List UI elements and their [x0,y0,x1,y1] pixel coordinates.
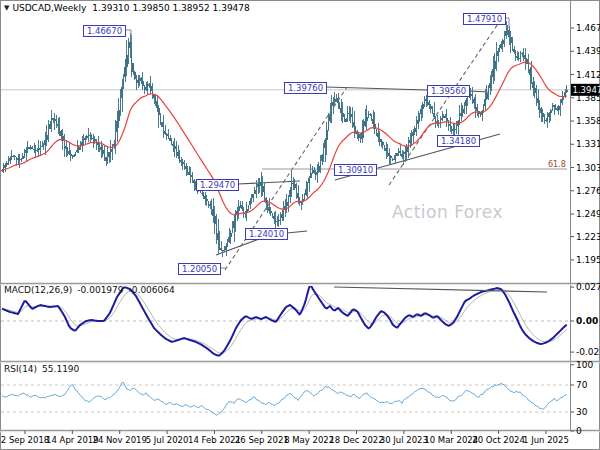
candle-body [348,113,350,114]
candle-body [60,131,62,136]
date-label: 26 Sep 2021 [235,435,289,445]
candle-body [17,158,19,159]
candle-body [377,133,379,137]
candle-body [529,69,531,75]
candle-body [542,113,544,117]
price-annotation[interactable]: 1.39760 [285,83,327,94]
candle-body [515,52,517,55]
candle-body [488,88,490,93]
candle-body [384,145,386,148]
candle-body [492,69,494,77]
macd-value: -0.001979 [77,285,123,295]
candle-body [456,126,458,129]
candle-body [176,149,178,152]
chart-canvas[interactable]: 1.466701.479101.397601.395601.341801.309… [0,0,600,450]
annotation-text: 1.30910 [338,165,373,175]
candle-body [300,202,302,203]
candle-body [91,136,93,138]
candle-body [430,106,432,110]
candle-body [486,93,488,99]
candle-body [19,159,21,160]
trendline[interactable] [287,231,307,233]
trendline[interactable] [238,181,300,184]
candle-body [528,63,530,69]
candle-body [520,54,522,58]
candle-body [214,216,216,225]
candle-body [497,51,499,56]
date-label: 2 Sep 2018 [1,435,49,445]
candle-body [123,77,125,87]
candle-body [139,78,141,81]
candle-body [420,109,422,114]
date-label: 30 Jul 2023 [380,435,428,445]
candle-body [219,240,221,248]
candle-body [166,134,168,136]
candle-body [358,134,360,138]
candle-body [323,149,325,155]
candle-body [115,132,117,143]
candle-body [406,147,408,151]
date-label: 1 Jun 2025 [523,435,569,445]
candle-body [227,242,229,246]
symbol-dropdown-icon[interactable]: ▼ [4,4,9,12]
price-annotation[interactable]: 1.34180 [438,136,480,147]
candle-body [416,124,418,128]
candle-body [140,78,142,81]
candle-body [313,170,315,173]
candle-body [531,75,533,81]
axis-label: 1.22310 [576,232,600,242]
axis-label: -0.025511 [576,347,600,357]
candle-body [193,180,195,183]
outer-border [1,1,600,450]
candle-body [4,165,6,167]
candle-body [324,140,326,149]
candle-body [30,147,32,148]
candle-body [68,151,70,154]
current-price-text: 1.39478 [573,85,600,95]
candle-body [142,81,144,87]
candle-body [518,58,520,59]
axis-label: 0 [576,426,582,436]
price-annotation[interactable]: 1.46670 [84,26,132,42]
candle-body [129,42,131,47]
candle-body [544,117,546,121]
candle-body [337,98,339,103]
candle-body [249,201,251,205]
candle-body [14,156,16,157]
candle-body [72,156,74,157]
candle-body [168,136,170,138]
candle-body [185,166,187,169]
candle-body [177,152,179,156]
axis-label: 1.27670 [576,186,600,196]
candle-body [38,148,40,149]
candle-body [523,53,525,55]
candle-body [376,129,378,133]
candle-body [216,224,218,232]
candle-body [192,177,194,180]
candle-body [334,99,336,102]
candle-body [451,126,453,128]
candle-body [419,114,421,120]
price-annotation[interactable]: 1.29470 [197,180,239,191]
candle-body [556,108,558,110]
candle-body [548,113,550,117]
macd-trendline[interactable] [334,287,547,292]
price-annotation[interactable]: 1.39560 [428,86,470,97]
candle-body [180,160,182,163]
candle-body [510,37,512,43]
candle-body [289,190,291,197]
candle-body [286,202,288,206]
candle-body [387,151,389,154]
price-annotation[interactable]: 1.20050 [179,264,227,275]
candle-body [9,158,11,160]
candle-body [35,150,37,151]
price-annotation[interactable]: 1.30910 [335,165,377,176]
price-annotation[interactable]: 1.47910 [464,14,510,30]
candle-body [128,42,130,55]
candle-body [326,130,328,140]
candle-body [491,77,493,83]
candle-body [452,129,454,131]
candle-body [110,149,112,152]
candle-body [280,218,282,220]
price-annotation[interactable]: 1.24010 [246,229,288,240]
